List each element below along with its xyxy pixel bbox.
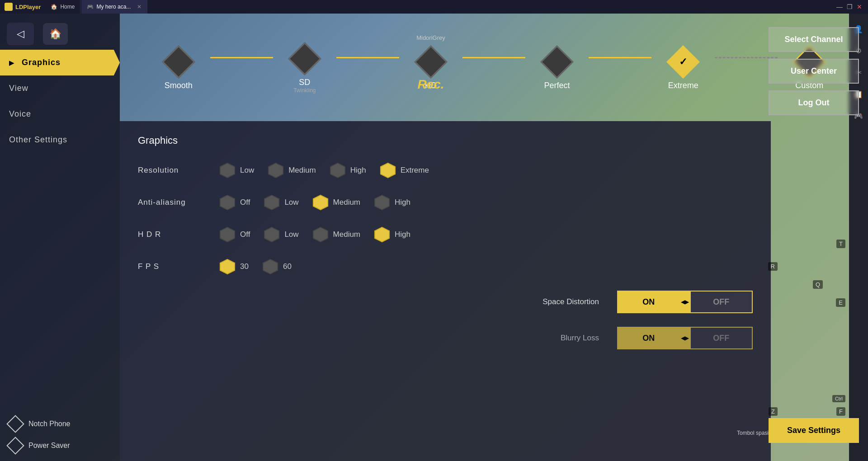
notch-phone-item[interactable]: Notch Phone xyxy=(9,418,111,430)
minimize-button[interactable]: — xyxy=(835,3,844,11)
line-2 xyxy=(336,57,400,58)
resolution-medium-label: Medium xyxy=(288,166,316,175)
right-action-buttons: Select Channel User Center Log Out xyxy=(769,27,859,115)
fps-30[interactable]: 30 xyxy=(219,259,249,275)
svg-marker-2 xyxy=(330,163,344,178)
restore-button[interactable]: ❐ xyxy=(845,3,854,11)
aa-off-label: Off xyxy=(240,198,250,207)
notch-phone-label: Notch Phone xyxy=(28,420,71,428)
key-hint-q: Q xyxy=(813,280,823,289)
resolution-low-label: Low xyxy=(240,166,254,175)
quality-node-sd[interactable]: SD Twinkling xyxy=(273,47,336,94)
aa-medium-label: Medium xyxy=(333,198,360,207)
space-distortion-toggle[interactable]: ON ◀▶ OFF xyxy=(617,291,753,313)
fps-60[interactable]: 60 xyxy=(262,259,292,275)
resolution-low[interactable]: Low xyxy=(219,162,254,179)
notch-phone-icon xyxy=(6,415,24,433)
key-hint-e: E xyxy=(836,298,845,307)
hdr-high-icon xyxy=(374,226,390,243)
quality-node-perfect[interactable]: Perfect xyxy=(525,50,589,90)
line-3 xyxy=(462,57,526,58)
resolution-medium[interactable]: Medium xyxy=(268,162,316,179)
tab-game[interactable]: 🎮 My hero aca... ✕ xyxy=(81,0,147,14)
sidebar-item-voice[interactable]: Voice xyxy=(0,101,120,127)
titlebar: LDPlayer 🏠 Home 🎮 My hero aca... ✕ — ❐ ✕ xyxy=(0,0,868,14)
sd-sublabel: Twinkling xyxy=(293,87,316,94)
hdr-low-icon xyxy=(264,226,280,243)
svg-marker-12 xyxy=(220,259,235,274)
quality-track: Smooth SD Twinkling MidoriGrey Rec. HD P… xyxy=(147,47,841,94)
resolution-medium-icon xyxy=(268,162,284,179)
log-out-button[interactable]: Log Out xyxy=(769,90,859,115)
antialiasing-row: Anti-aliasing Off Low Medium xyxy=(138,194,753,211)
smooth-label: Smooth xyxy=(165,81,193,90)
quality-node-hd[interactable]: MidoriGrey Rec. HD xyxy=(399,50,462,90)
logo-icon xyxy=(5,3,13,11)
fps-60-label: 60 xyxy=(283,262,292,271)
space-distortion-off: OFF xyxy=(691,292,752,312)
fps-options: 30 60 xyxy=(219,259,753,275)
sd-diamond[interactable] xyxy=(288,42,321,75)
resolution-high[interactable]: High xyxy=(330,162,366,179)
aa-high[interactable]: High xyxy=(374,194,410,211)
sd-label: SD xyxy=(299,78,310,87)
svg-marker-13 xyxy=(263,259,278,274)
select-channel-button[interactable]: Select Channel xyxy=(769,27,859,52)
aa-off-icon xyxy=(219,194,236,211)
game-tab-icon: 🎮 xyxy=(87,4,94,10)
hdr-options: Off Low Medium High xyxy=(219,226,753,243)
hdr-off[interactable]: Off xyxy=(219,226,250,243)
settings-panel: Graphics Resolution Low Medium High xyxy=(120,121,771,461)
tombol-spasi-tooltip: Tombol spasi xyxy=(737,430,769,436)
antialiasing-label: Anti-aliasing xyxy=(138,198,210,207)
hd-diamond[interactable] xyxy=(414,45,448,79)
svg-marker-7 xyxy=(375,195,389,210)
aa-low[interactable]: Low xyxy=(264,194,298,211)
extreme-diamond[interactable] xyxy=(666,45,700,79)
sidebar-item-view[interactable]: View xyxy=(0,75,120,101)
resolution-label: Resolution xyxy=(138,166,210,175)
tab-home[interactable]: 🏠 Home xyxy=(45,0,80,14)
quality-node-smooth[interactable]: Smooth xyxy=(147,50,210,90)
aa-medium[interactable]: Medium xyxy=(312,194,360,211)
smooth-diamond[interactable] xyxy=(162,45,195,79)
svg-marker-8 xyxy=(220,227,235,242)
left-sidebar: ◁ 🏠 Graphics View Voice Other Settings N… xyxy=(0,14,120,461)
rec-label: Rec. xyxy=(417,77,444,92)
antialiasing-options: Off Low Medium High xyxy=(219,194,753,211)
tabs-container: 🏠 Home 🎮 My hero aca... ✕ xyxy=(45,0,831,14)
quality-node-extreme[interactable]: Extreme xyxy=(651,50,715,90)
save-settings-button[interactable]: Save Settings xyxy=(769,418,859,443)
resolution-extreme[interactable]: Extreme xyxy=(380,162,429,179)
fps-30-icon xyxy=(219,259,236,275)
hdr-off-icon xyxy=(219,226,236,243)
resolution-extreme-label: Extreme xyxy=(401,166,429,175)
power-saver-icon xyxy=(6,437,24,455)
app-logo: LDPlayer xyxy=(0,3,45,11)
tab-home-label: Home xyxy=(60,4,75,10)
aa-off[interactable]: Off xyxy=(219,194,250,211)
hdr-medium[interactable]: Medium xyxy=(312,226,360,243)
perfect-diamond[interactable] xyxy=(540,45,574,79)
hdr-off-label: Off xyxy=(240,230,250,239)
back-button[interactable]: ◁ xyxy=(7,23,34,45)
hdr-high[interactable]: High xyxy=(374,226,410,243)
blurry-loss-toggle[interactable]: ON ◀▶ OFF xyxy=(617,327,753,349)
user-center-button[interactable]: User Center xyxy=(769,59,859,84)
power-saver-label: Power Saver xyxy=(28,442,70,450)
home-icon-button[interactable]: 🏠 xyxy=(43,23,68,45)
fps-60-icon xyxy=(262,259,278,275)
aa-low-label: Low xyxy=(284,198,298,207)
sidebar-item-other-settings[interactable]: Other Settings xyxy=(0,127,120,153)
hdr-low[interactable]: Low xyxy=(264,226,298,243)
close-button[interactable]: ✕ xyxy=(855,3,863,11)
sidebar-item-graphics[interactable]: Graphics xyxy=(0,50,120,75)
resolution-row: Resolution Low Medium High xyxy=(138,162,753,179)
svg-marker-9 xyxy=(264,227,279,242)
blurry-toggle-arrow-icon: ◀▶ xyxy=(679,328,691,348)
svg-marker-0 xyxy=(220,163,235,178)
tab-close-icon[interactable]: ✕ xyxy=(137,4,142,10)
power-saver-item[interactable]: Power Saver xyxy=(9,439,111,452)
fps-label: F P S xyxy=(138,262,210,271)
svg-marker-5 xyxy=(264,195,279,210)
